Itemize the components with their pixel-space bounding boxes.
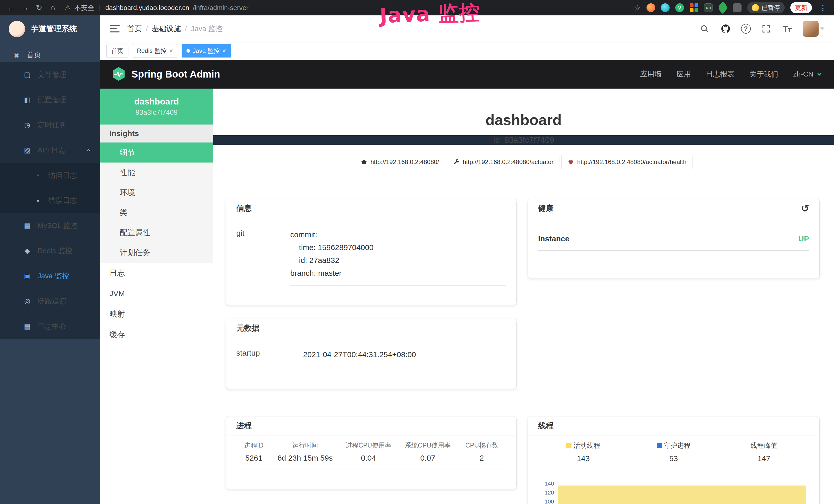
threads-legend: 活动线程 143 守护进程 53 线程峰值 147: [538, 441, 809, 463]
extension-v-icon[interactable]: V: [675, 3, 684, 12]
service-url-link[interactable]: http://192.168.0.2:48080/: [355, 155, 445, 169]
metadata-card: 元数据 startup 2021-04-27T00:44:31.254+08:0…: [226, 319, 516, 389]
url-domain: dashboard.yudao.iocoder.cn: [105, 4, 189, 12]
forward-icon[interactable]: →: [20, 0, 31, 16]
github-icon[interactable]: [720, 23, 731, 35]
link-label: http://192.168.0.2:48080/actuator: [463, 158, 553, 166]
tag-redis-monitor[interactable]: Redis 监控 ×: [132, 44, 178, 58]
sidebar-item-log-center[interactable]: ▤ 日志中心: [0, 314, 100, 339]
wrench-icon: [453, 159, 460, 165]
tag-home[interactable]: 首页: [106, 44, 128, 58]
menu-item-logs[interactable]: 日志: [100, 263, 213, 283]
health-row[interactable]: Instance UP: [538, 234, 809, 251]
menu-item-environment[interactable]: 环境: [100, 183, 213, 203]
process-header-proc-cpu: 进程CPU使用率: [339, 441, 398, 450]
paused-badge[interactable]: 已暂停: [747, 2, 785, 13]
instance-selector[interactable]: dashboard 93a3fc7f7409: [100, 89, 213, 124]
tag-label: Redis 监控: [137, 47, 167, 55]
link-label: http://192.168.0.2:48080/actuator/health: [577, 158, 686, 166]
handwritten-annotation: Java 监控: [379, 0, 481, 30]
process-card: 进程 进程ID 运行时间 进程CPU使用率 系统CPU使用率 CPU核心数 52…: [226, 416, 516, 489]
reload-icon[interactable]: ↻: [34, 0, 45, 16]
menu-item-classes[interactable]: 类: [100, 203, 213, 223]
update-button[interactable]: 更新: [790, 2, 812, 13]
menu-item-config-props[interactable]: 配置属性: [100, 223, 213, 243]
menu-item-caches[interactable]: 缓存: [100, 324, 213, 345]
fullscreen-icon[interactable]: [761, 23, 772, 35]
git-id-line: id: 27aa832: [290, 254, 506, 267]
sidebar-item-label: Java 监控: [38, 271, 69, 281]
menu-item-jvm[interactable]: JVM: [100, 283, 213, 304]
instance-name: dashboard: [134, 96, 179, 107]
menu-item-mappings[interactable]: 映射: [100, 304, 213, 324]
info-card-title: 信息: [226, 199, 516, 218]
sidebar-item-label: Redis 监控: [38, 246, 72, 256]
sidebar-item-scheduled-tasks[interactable]: ◷ 定时任务: [0, 112, 100, 138]
menu-item-details[interactable]: 细节: [100, 142, 213, 162]
sba-logo-icon[interactable]: [111, 67, 126, 82]
menu-item-metrics[interactable]: 性能: [100, 162, 213, 183]
home-icon: [360, 159, 367, 165]
user-menu[interactable]: [803, 21, 824, 37]
browser-menu-icon[interactable]: ⋮: [817, 3, 828, 12]
sidebar-item-label: 访问日志: [48, 170, 77, 180]
sidebar-item-label: 文件管理: [38, 70, 66, 79]
error-log-icon: ▪: [32, 197, 44, 205]
extension-leaf-icon[interactable]: [717, 2, 729, 14]
extension-grid-icon[interactable]: [690, 3, 698, 12]
threads-chart: 140 120 100: [538, 469, 809, 504]
process-value-sys-cpu: 0.07: [398, 454, 458, 462]
extension-fox-icon[interactable]: [646, 3, 655, 12]
extension-on-icon[interactable]: on: [704, 3, 713, 12]
sidebar-item-config[interactable]: ◧ 配置管理: [0, 87, 100, 112]
sidebar-item-access-logs[interactable]: ▫ 访问日志: [0, 163, 100, 188]
threads-card-title: 线程: [528, 416, 819, 435]
sba-brand[interactable]: Spring Boot Admin: [132, 69, 220, 80]
health-url-link[interactable]: http://192.168.0.2:48080/actuator/health: [562, 155, 693, 169]
help-icon[interactable]: ?: [741, 24, 751, 33]
sidebar-item-files[interactable]: ▢ 文件管理: [0, 62, 100, 87]
log-icon: ▨: [22, 146, 33, 154]
breadcrumb-current: Java 监控: [191, 24, 223, 33]
history-icon[interactable]: ↺: [801, 204, 809, 213]
sidebar-item-tracing[interactable]: ◎ 链路追踪: [0, 289, 100, 314]
sidebar-item-label: 链路追踪: [38, 296, 66, 306]
mysql-icon: ▦: [22, 222, 33, 230]
metadata-key: startup: [236, 348, 303, 367]
close-icon[interactable]: ×: [222, 47, 226, 54]
tag-java-monitor[interactable]: Java 监控 ×: [182, 44, 231, 58]
trace-icon: ◎: [22, 297, 33, 305]
address-bar[interactable]: ⚠ 不安全 | dashboard.yudao.iocoder.cn /infr…: [65, 3, 249, 12]
sba-nav-wallboard[interactable]: 应用墙: [640, 69, 662, 79]
browser-home-icon[interactable]: ⌂: [47, 0, 59, 16]
bookmark-star-icon[interactable]: ☆: [634, 3, 641, 12]
back-icon[interactable]: ←: [6, 0, 17, 16]
hamburger-icon[interactable]: [110, 24, 120, 33]
gridline: [558, 484, 806, 484]
warning-icon: ⚠: [65, 4, 71, 12]
sidebar-item-mysql-monitor[interactable]: ▦ MySQL 监控: [0, 213, 100, 238]
app-title: 芋道管理系统: [31, 24, 77, 34]
close-icon[interactable]: ×: [169, 47, 173, 54]
breadcrumb-infra[interactable]: 基础设施: [152, 24, 181, 33]
y-axis: [557, 481, 558, 504]
sidebar-item-error-logs[interactable]: ▪ 错误日志: [0, 188, 100, 213]
sba-nav-language[interactable]: zh-CN: [793, 70, 823, 78]
sba-nav-journal[interactable]: 日志报表: [706, 69, 734, 79]
actuator-url-link[interactable]: http://192.168.0.2:48080/actuator: [447, 155, 559, 169]
sidebar-item-redis-monitor[interactable]: ◆ Redis 监控: [0, 238, 100, 264]
health-card-title: 健康: [538, 203, 553, 214]
chevron-down-icon: [816, 71, 823, 77]
menu-section-insights: Insights: [100, 124, 213, 142]
extension-drop-icon[interactable]: [661, 3, 670, 12]
sba-nav-applications[interactable]: 应用: [677, 69, 691, 79]
menu-item-scheduled-tasks[interactable]: 计划任务: [100, 243, 213, 263]
sidebar-item-java-monitor[interactable]: ▣ Java 监控: [0, 264, 100, 289]
sidebar-item-api-logs[interactable]: ▨ API 日志: [0, 138, 100, 163]
process-header-uptime: 运行时间: [271, 441, 339, 450]
sba-nav-about[interactable]: 关于我们: [749, 69, 778, 79]
extension-puzzle-icon[interactable]: [733, 3, 742, 12]
breadcrumb-home[interactable]: 首页: [127, 24, 142, 33]
font-size-icon[interactable]: [782, 23, 793, 35]
search-icon[interactable]: [699, 23, 710, 35]
